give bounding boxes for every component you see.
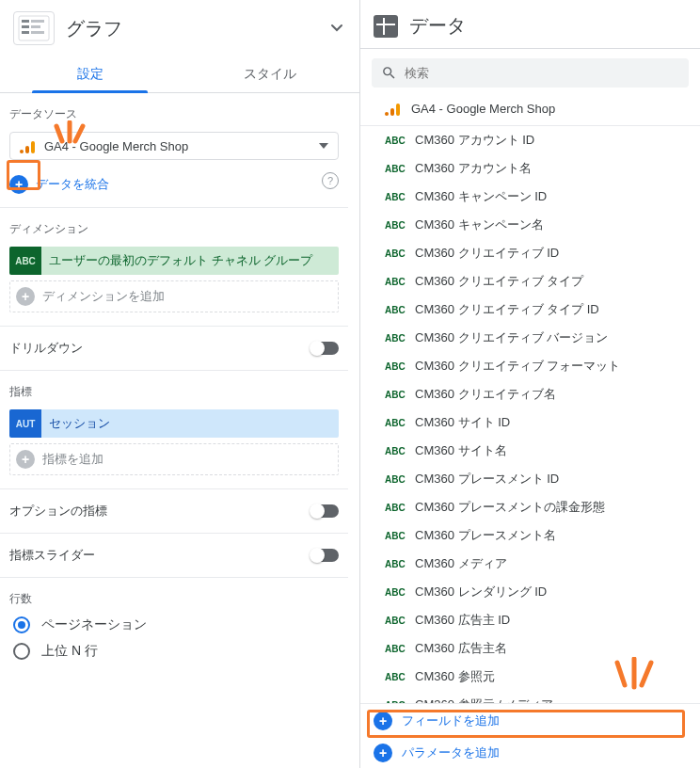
dimension-chip[interactable]: ユーザーの最初のデフォルト チャネル グループ <box>9 247 339 275</box>
abc-type-icon: ABC <box>385 390 406 400</box>
abc-type-icon: ABC <box>385 418 406 428</box>
field-item[interactable]: ABCCM360 アカウント名 <box>360 154 700 183</box>
search-input-wrapper[interactable] <box>372 58 689 88</box>
abc-type-icon: ABC <box>385 305 406 315</box>
field-item[interactable]: ABCCM360 レンダリング ID <box>360 578 700 606</box>
svg-rect-2 <box>31 20 44 23</box>
field-name: CM360 キャンペーン名 <box>415 216 544 233</box>
chart-title: グラフ <box>66 16 316 41</box>
field-name: CM360 クリエイティブ タイプ <box>415 273 583 290</box>
field-item[interactable]: ABCCM360 クリエイティブ タイプ ID <box>360 296 700 324</box>
svg-rect-5 <box>22 31 29 34</box>
add-dimension-label: ディメンションを追加 <box>42 288 165 305</box>
field-name: CM360 クリエイティブ バージョン <box>415 329 608 346</box>
field-item[interactable]: ABCCM360 参照元 <box>360 663 700 691</box>
topn-label: 上位 N 行 <box>41 643 98 660</box>
field-item[interactable]: ABCCM360 アカウント ID <box>360 126 700 154</box>
drilldown-label: ドリルダウン <box>9 340 83 357</box>
abc-type-icon: ABC <box>385 248 406 259</box>
metric-chip[interactable]: セッション <box>9 409 339 438</box>
field-name: CM360 サイト ID <box>415 414 510 431</box>
data-panel-title: データ <box>409 13 466 39</box>
field-item[interactable]: ABCCM360 サイト ID <box>360 408 700 437</box>
add-parameter-button[interactable]: + パラメータを追加 <box>360 736 700 768</box>
rows-section-label: 行数 <box>9 591 339 607</box>
field-item[interactable]: ABCCM360 プレースメントの課金形態 <box>360 493 700 521</box>
abc-type-icon: ABC <box>385 192 406 202</box>
aut-type-icon <box>9 409 41 438</box>
field-item[interactable]: ABCCM360 クリエイティブ ID <box>360 239 700 267</box>
field-item[interactable]: ABCCM360 クリエイティブ バージョン <box>360 324 700 352</box>
field-item[interactable]: ABCCM360 クリエイティブ フォーマット <box>360 352 700 380</box>
abc-type-icon: ABC <box>385 361 406 372</box>
radio-on-icon <box>13 616 30 633</box>
dimension-section-label: ディメンション <box>9 221 339 237</box>
optional-metric-toggle[interactable] <box>310 504 339 518</box>
field-item[interactable]: ABCCM360 プレースメント名 <box>360 521 700 550</box>
caret-down-icon <box>319 143 328 149</box>
pagination-radio-row[interactable]: ページネーション <box>13 616 339 633</box>
field-name: CM360 サイト名 <box>415 442 507 459</box>
add-dimension-button[interactable]: + ディメンションを追加 <box>9 280 339 312</box>
field-name: CM360 プレースメントの課金形態 <box>415 499 605 516</box>
field-name: CM360 アカウント ID <box>415 132 534 149</box>
field-name: CM360 プレースメント名 <box>415 527 556 544</box>
datasource-select[interactable]: GA4 - Google Merch Shop <box>9 132 339 160</box>
abc-type-icon: ABC <box>385 616 406 626</box>
abc-type-icon: ABC <box>385 503 406 513</box>
field-item[interactable]: ABCCM360 キャンペーン ID <box>360 183 700 211</box>
abc-type-icon: ABC <box>385 700 406 704</box>
abc-type-icon: ABC <box>385 474 406 485</box>
add-parameter-label: パラメータを追加 <box>402 744 500 761</box>
add-metric-label: 指標を追加 <box>42 451 103 468</box>
field-name: CM360 参照元 / メディア <box>415 696 553 703</box>
abc-type-icon: ABC <box>385 136 406 146</box>
field-name: CM360 アカウント名 <box>415 160 532 177</box>
plus-icon: + <box>9 175 28 194</box>
field-name: CM360 クリエイティブ フォーマット <box>415 358 620 375</box>
abc-type-icon: ABC <box>385 446 406 456</box>
plus-icon: + <box>16 450 35 469</box>
ga4-icon <box>385 101 402 116</box>
field-item[interactable]: ABCCM360 メディア <box>360 550 700 578</box>
plus-icon: + <box>16 287 35 306</box>
field-item[interactable]: ABCCM360 クリエイティブ タイプ <box>360 267 700 296</box>
radio-off-icon <box>13 643 30 660</box>
field-name: CM360 広告主 ID <box>415 612 510 629</box>
field-item[interactable]: ABCCM360 広告主 ID <box>360 606 700 634</box>
field-item[interactable]: ABCCM360 サイト名 <box>360 437 700 465</box>
chart-type-icon[interactable] <box>13 11 55 45</box>
search-icon <box>381 65 397 81</box>
abc-type-icon: ABC <box>385 333 406 344</box>
abc-type-icon: ABC <box>385 644 406 654</box>
datasource-name: GA4 - Google Merch Shop <box>411 102 555 116</box>
field-name: CM360 メディア <box>415 555 507 572</box>
add-field-button[interactable]: + フィールドを追加 <box>360 704 700 736</box>
field-name: CM360 キャンペーン ID <box>415 188 547 205</box>
datasource-name: GA4 - Google Merch Shop <box>44 139 311 153</box>
tab-settings[interactable]: 設定 <box>0 55 180 92</box>
ga4-icon <box>20 138 37 153</box>
field-item[interactable]: ABCCM360 クリエイティブ名 <box>360 380 700 408</box>
abc-type-icon: ABC <box>385 559 406 569</box>
table-icon <box>374 15 398 38</box>
datasource-section-label: データソース <box>9 106 339 122</box>
svg-rect-6 <box>31 31 44 34</box>
metric-slider-toggle[interactable] <box>310 549 339 562</box>
field-item[interactable]: ABCCM360 キャンペーン名 <box>360 211 700 239</box>
abc-type-icon: ABC <box>385 164 406 174</box>
add-field-label: フィールドを追加 <box>402 712 500 729</box>
search-input[interactable] <box>405 66 679 80</box>
blend-data-link[interactable]: データを統合 <box>36 176 109 193</box>
topn-radio-row[interactable]: 上位 N 行 <box>13 643 339 660</box>
optional-metric-label: オプションの指標 <box>9 503 107 520</box>
help-icon[interactable]: ? <box>322 172 339 189</box>
tab-style[interactable]: スタイル <box>180 55 359 92</box>
field-item[interactable]: ABCCM360 プレースメント ID <box>360 465 700 493</box>
plus-icon: + <box>374 712 392 730</box>
drilldown-toggle[interactable] <box>310 342 339 355</box>
add-metric-button[interactable]: + 指標を追加 <box>9 443 339 475</box>
chevron-down-icon[interactable] <box>327 18 346 40</box>
field-item[interactable]: ABCCM360 広告主名 <box>360 634 700 663</box>
field-item[interactable]: ABCCM360 参照元 / メディア <box>360 691 700 703</box>
